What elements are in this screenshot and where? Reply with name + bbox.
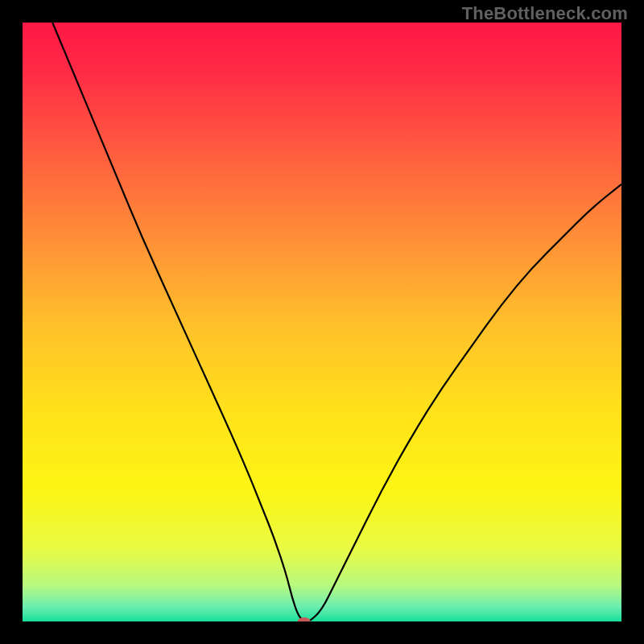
chart-container: TheBottleneck.com — [0, 0, 644, 644]
plot-area — [23, 23, 621, 621]
chart-background — [23, 23, 621, 621]
watermark-text: TheBottleneck.com — [462, 3, 628, 24]
chart-svg — [23, 23, 621, 621]
